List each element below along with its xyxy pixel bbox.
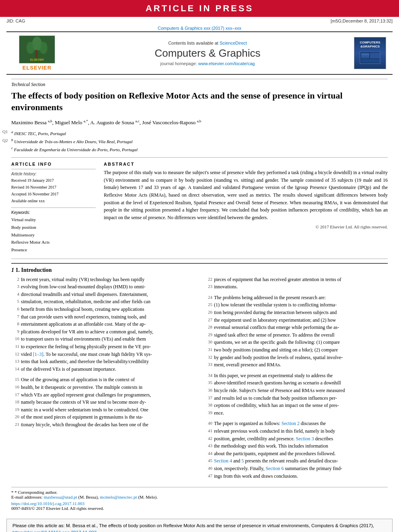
keyword-virtual-reality: Virtual reality: [11, 216, 96, 224]
line-17: 17 which VEs are applied represent great…: [11, 391, 195, 399]
q2-marker: Q2: [2, 137, 8, 144]
section-heading: 1 1. Introduction: [11, 267, 388, 273]
affil-a: a INESC TEC, Porto, Portugal: [11, 129, 388, 137]
section-5-link[interactable]: 5: [241, 458, 244, 464]
email1-name: (M. Bessa),: [78, 495, 100, 499]
line-45: 45 Section 4 and 5 presents the relevant…: [204, 457, 388, 465]
banner-text: ARTICLE IN PRESS: [146, 3, 253, 13]
line-14: 14 of the delivered VEs is of paramount …: [11, 366, 195, 373]
accepted: Accepted 16 November 2017: [11, 191, 96, 197]
line-41: 41 relevant previous work conducted in t…: [204, 427, 388, 435]
line-21: 21 tionary bicycle, which throughout the…: [11, 421, 195, 429]
article-info-header: ARTICLE INFO: [11, 162, 96, 166]
line-23: 23 innovations.: [204, 283, 388, 291]
line-47: 47 ings from this work and draws conclus…: [204, 472, 388, 480]
line-8: 8 entertainment applications at an affor…: [11, 320, 195, 328]
received: Received 19 January 2017: [11, 177, 96, 184]
affil-b: b Universidade de Trás-os-Montes e Alto …: [11, 137, 388, 145]
keyword-presence: Presence: [11, 246, 96, 254]
abstract-col: ABSTRACT The purpose of this study was t…: [104, 162, 388, 253]
journal-header: ELSEVIER ELSEVIER Contents lists availab…: [6, 31, 393, 75]
line-43: 43 the methodology used this work. This …: [204, 442, 388, 450]
journal-link[interactable]: Computers & Graphics xxx (2017) xxx–xxx: [0, 25, 399, 31]
elsevier-logo: ELSEVIER ELSEVIER: [13, 35, 61, 71]
right-para-4: 40 The paper is organized as follows: Se…: [204, 420, 388, 480]
line-16: 16 health, be it therapeutic or preventi…: [11, 384, 195, 391]
authors-line: Maximino Bessa a,b, Miguel Melo a,*, A. …: [11, 119, 388, 125]
line-29: 29 signed task affect the sense of prese…: [204, 331, 388, 339]
journal-title-center: Contents lists available at ScienceDirec…: [61, 41, 354, 66]
right-para-2: 24 The problems being addressed in the p…: [204, 294, 388, 369]
journal-citation: Computers & Graphics xxx (2017) xxx–xxx: [158, 26, 241, 31]
citation-box: Please cite this article as: M. Bessa et…: [6, 519, 393, 532]
article-info-abstract-section: ARTICLE INFO Article history: Received 1…: [11, 162, 388, 253]
keywords-section: Keywords: Virtual reality Body position …: [11, 207, 96, 253]
copyright: © 2017 Elsevier Ltd. All rights reserved…: [104, 224, 388, 229]
svg-rect-7: [361, 53, 369, 58]
keyword-multisensory: Multisensory: [11, 231, 96, 239]
line-5: 5 simulation, recreation, rehabilitation…: [11, 298, 195, 306]
article-info-col: ARTICLE INFO Article history: Received 1…: [11, 162, 96, 253]
line-42: 42 position, gender, credibility and pre…: [204, 435, 388, 443]
journal-cover: COMPUTERS&GRAPHICS: [354, 37, 386, 69]
line-6: 6 benefit from this technological boom, …: [11, 306, 195, 313]
affil-c: c Faculdade de Engenharia da Universidad…: [11, 145, 388, 153]
line-24: 24 The problems being addressed in the p…: [204, 294, 388, 302]
issn-line: 0097-8493/© 2017 Elsevier Ltd. All right…: [11, 506, 388, 511]
section-4-link[interactable]: Section 4: [214, 458, 232, 464]
line-28: 28 eventual sensorial conflicts that eme…: [204, 324, 388, 331]
available: Available online xxx: [11, 197, 96, 204]
section-6-link[interactable]: Section 6: [265, 466, 284, 471]
line-39: 39 ence.: [204, 409, 388, 417]
section-divider-1: [11, 157, 388, 158]
svg-rect-9: [361, 59, 380, 62]
line-11: 11 to experience the feeling of being ph…: [11, 343, 195, 351]
article-title: The effects of body position on Reflexiv…: [11, 90, 388, 113]
line-37: 37 and results led us to conclude that b…: [204, 394, 388, 402]
line-20: 20 of the most used pieces of equipment …: [11, 413, 195, 421]
line-33: 33 ment, overall presence and RMAs.: [204, 361, 388, 369]
svg-point-2: [27, 42, 35, 54]
sciencedirect-link[interactable]: ScienceDirect: [220, 41, 247, 45]
body-columns: 2 In recent years, virtual reality (VR) …: [11, 276, 388, 483]
body-col-left: 2 In recent years, virtual reality (VR) …: [11, 276, 195, 483]
introduction-section: 1 1. Introduction 2 In recent years, vir…: [11, 263, 388, 511]
email-label: E-mail addresses:: [11, 495, 43, 499]
line-9: 9 plications developed for VR aim to ach…: [11, 328, 195, 336]
svg-text:ELSEVIER: ELSEVIER: [30, 58, 44, 61]
line-34: 34 In this paper, we present an experime…: [204, 372, 388, 380]
line-13: 13 tems that look authentic, and therefo…: [11, 358, 195, 366]
line-19: 19 namic in a world where sedentarism te…: [11, 406, 195, 414]
section-3-link[interactable]: Section 3: [296, 436, 314, 442]
line-18: 18 namely because the contexts of VR use…: [11, 398, 195, 406]
email-line: E-mail addresses: maxbessa@utad.pt (M. B…: [11, 495, 388, 499]
revised: Revised 16 November 2017: [11, 184, 96, 191]
homepage-label: journal homepage:: [160, 61, 197, 66]
line-38: 38 ceptions of credibility, which has an…: [204, 402, 388, 409]
line-46: 46 sion, respectively. Finally, Section …: [204, 465, 388, 472]
history-label: Article history:: [11, 172, 96, 176]
article-body: Technical Section The effects of body po…: [0, 75, 399, 515]
homepage-url[interactable]: www.elsevier.com/locate/cag: [198, 61, 255, 66]
email2-link[interactable]: mcmelo@inesctec.pt: [100, 495, 137, 499]
section-2-link[interactable]: Section 2: [282, 421, 300, 426]
keyword-rma: Reflexive Motor Acts: [11, 238, 96, 246]
article-in-press-banner: ARTICLE IN PRESS: [0, 0, 399, 17]
line-3: 3 evolving from low-cost head-mounted di…: [11, 283, 195, 291]
line-30: 30 questions, we set as the specific goa…: [204, 339, 388, 346]
line-7: 7 that can provide users with novel expe…: [11, 313, 195, 321]
citation-doi-link[interactable]: https://doi.org/10.1016/j.cag.2017.11.00…: [12, 530, 97, 532]
author-maximino: Maximino Bessa a,b, Miguel Melo a,*, A. …: [11, 119, 201, 125]
section-number: 1: [11, 267, 14, 273]
intro-para-1: 2 In recent years, virtual reality (VR) …: [11, 276, 195, 373]
email1-link[interactable]: maxbessa@utad.pt: [44, 495, 77, 499]
line-44: 44 about the participants, equipment and…: [204, 450, 388, 458]
abstract-header: ABSTRACT: [104, 162, 388, 166]
doi-link[interactable]: https://doi.org/10.1016/j.cag.2017.11.00…: [11, 501, 84, 506]
ref-1-3[interactable]: [1–3]: [33, 351, 43, 357]
line-36: 36 bicycle ride. Subject's Sense of Pres…: [204, 387, 388, 394]
meta-right: [m5G;December 8, 2017;13:32]: [331, 18, 393, 23]
line-22: 22 pieces of equipment that has received…: [204, 276, 388, 283]
svg-rect-8: [370, 53, 380, 58]
info-box: Article history: Received 19 January 201…: [11, 169, 96, 204]
